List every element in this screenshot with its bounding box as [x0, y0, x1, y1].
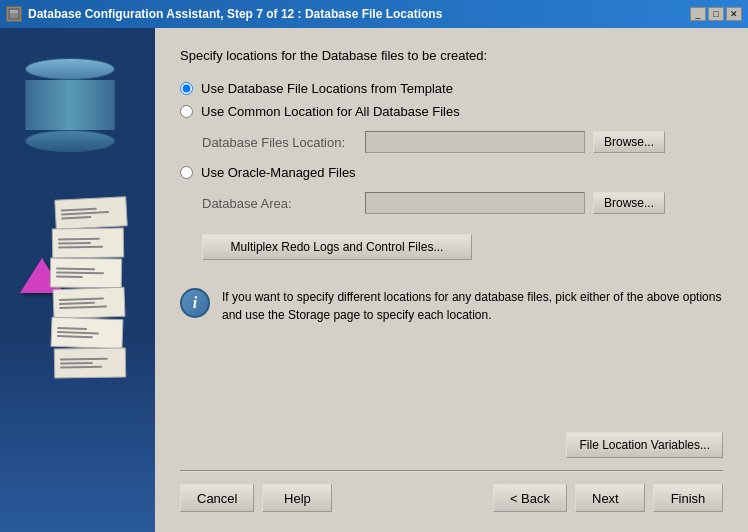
radio-template[interactable] — [180, 82, 193, 95]
nav-left-buttons: Cancel Help — [180, 484, 332, 512]
main-content: Specify locations for the Database files… — [0, 28, 748, 532]
option-oracle-label: Use Oracle-Managed Files — [201, 165, 356, 180]
info-text: If you want to specify different locatio… — [222, 288, 723, 324]
window-title: Database Configuration Assistant, Step 7… — [28, 7, 684, 21]
next-button[interactable]: Next — [575, 484, 645, 512]
close-button[interactable]: ✕ — [726, 7, 742, 21]
option-template-label: Use Database File Locations from Templat… — [201, 81, 453, 96]
db-files-location-field: Database Files Location: Browse... — [202, 131, 723, 153]
section-instruction: Specify locations for the Database files… — [180, 48, 723, 63]
finish-button[interactable]: Finish — [653, 484, 723, 512]
window-controls: _ □ ✕ — [690, 7, 742, 21]
help-button[interactable]: Help — [262, 484, 332, 512]
db-area-browse-button[interactable]: Browse... — [593, 192, 665, 214]
option-common-label: Use Common Location for All Database Fil… — [201, 104, 460, 119]
cancel-button[interactable]: Cancel — [180, 484, 254, 512]
database-graphic — [25, 58, 115, 128]
separator — [180, 470, 723, 472]
options-area: Use Database File Locations from Templat… — [180, 81, 723, 268]
db-area-input[interactable] — [365, 192, 585, 214]
option-template[interactable]: Use Database File Locations from Templat… — [180, 81, 723, 96]
option-oracle[interactable]: Use Oracle-Managed Files — [180, 165, 723, 180]
right-panel: Specify locations for the Database files… — [155, 28, 748, 532]
info-icon: i — [180, 288, 210, 318]
db-files-location-label: Database Files Location: — [202, 135, 357, 150]
left-illustration — [0, 28, 155, 532]
maximize-button[interactable]: □ — [708, 7, 724, 21]
radio-common[interactable] — [180, 105, 193, 118]
multiplex-button[interactable]: Multiplex Redo Logs and Control Files... — [202, 234, 472, 260]
info-box: i If you want to specify different locat… — [180, 288, 723, 324]
svg-rect-1 — [10, 10, 18, 13]
nav-right-buttons: < Back Next Finish — [493, 484, 723, 512]
back-button[interactable]: < Back — [493, 484, 567, 512]
radio-oracle[interactable] — [180, 166, 193, 179]
title-bar: Database Configuration Assistant, Step 7… — [0, 0, 748, 28]
app-icon — [6, 6, 22, 22]
bottom-area: File Location Variables... Cancel Help <… — [180, 432, 723, 512]
documents-graphic — [50, 198, 130, 398]
option-common[interactable]: Use Common Location for All Database Fil… — [180, 104, 723, 119]
db-area-label: Database Area: — [202, 196, 357, 211]
db-files-location-input[interactable] — [365, 131, 585, 153]
minimize-button[interactable]: _ — [690, 7, 706, 21]
db-files-browse-button[interactable]: Browse... — [593, 131, 665, 153]
file-location-variables-button[interactable]: File Location Variables... — [566, 432, 723, 458]
navigation-buttons: Cancel Help < Back Next Finish — [180, 484, 723, 512]
db-area-field: Database Area: Browse... — [202, 192, 723, 214]
